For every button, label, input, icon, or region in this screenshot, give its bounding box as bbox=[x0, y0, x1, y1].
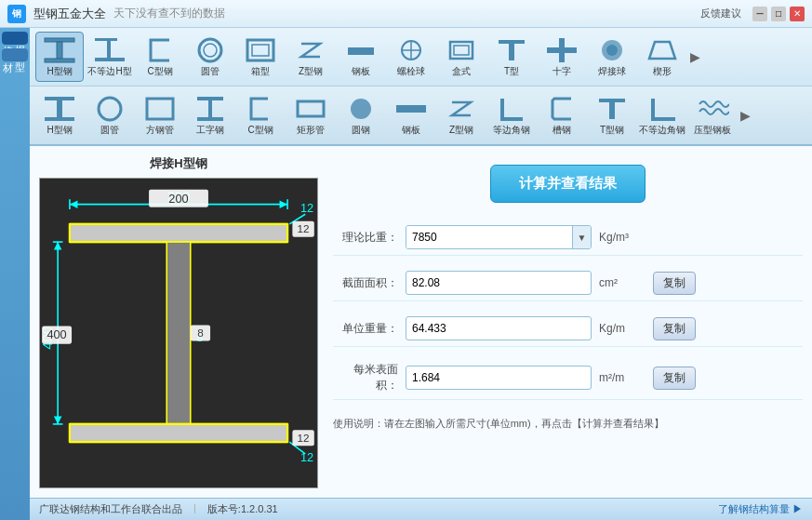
svg-text:400: 400 bbox=[47, 327, 66, 341]
tool-weld-ball[interactable]: 焊接球 bbox=[588, 32, 636, 82]
tool2-i-beam[interactable]: 工字钢 bbox=[186, 90, 234, 140]
trapezoid-icon bbox=[646, 35, 679, 65]
tool2-press-plate-icon bbox=[696, 94, 729, 124]
tool-bolt-ball[interactable]: 螺栓球 bbox=[387, 32, 435, 82]
z-steel-icon bbox=[294, 35, 327, 65]
tool2-square-pipe[interactable]: 方钢管 bbox=[136, 90, 184, 140]
svg-point-21 bbox=[606, 45, 618, 56]
drawing-title: 焊接H型钢 bbox=[39, 155, 318, 172]
tool-box-type[interactable]: 盒式 bbox=[437, 32, 486, 82]
svg-point-32 bbox=[351, 99, 371, 119]
form-panel: 计算并查看结果 理论比重： ▼ Kg/m³ 截面面积： cm² 复制 bbox=[333, 155, 803, 488]
content-area: H型钢 不等边H型 C型钢 bbox=[30, 28, 812, 520]
calculate-button[interactable]: 计算并查看结果 bbox=[490, 165, 646, 203]
svg-text:12: 12 bbox=[298, 432, 310, 444]
tool-bolt-ball-label: 螺栓球 bbox=[397, 65, 425, 78]
unit-weight-copy-button[interactable]: 复制 bbox=[653, 317, 696, 340]
tool-cross-label: 十字 bbox=[552, 65, 571, 78]
app-subtitle: 天下没有查不到的数据 bbox=[113, 6, 225, 21]
form-row-area: 截面面积： cm² 复制 bbox=[333, 265, 803, 301]
svg-text:12: 12 bbox=[298, 223, 310, 235]
tool2-square-pipe-icon bbox=[143, 94, 177, 124]
sidebar-tab-material[interactable]: 型材 bbox=[2, 48, 28, 61]
tool-plate[interactable]: 钢板 bbox=[337, 32, 385, 82]
tool2-flat-plate-label: 钢板 bbox=[402, 124, 420, 137]
svg-rect-30 bbox=[197, 117, 223, 121]
tool2-channel[interactable]: 槽钢 bbox=[538, 90, 586, 140]
svg-rect-2 bbox=[45, 59, 74, 62]
tool-weld-ball-label: 焊接球 bbox=[598, 65, 626, 78]
bolt-ball-icon bbox=[394, 35, 428, 65]
svg-rect-1 bbox=[57, 42, 62, 59]
tool-cross[interactable]: 十字 bbox=[538, 32, 586, 82]
beam-diagram: 200 400 12 12 bbox=[40, 179, 317, 487]
drawing-canvas: 200 400 12 12 bbox=[39, 178, 318, 488]
tool-round-pipe-label: 圆管 bbox=[201, 65, 220, 78]
area-input[interactable] bbox=[406, 271, 592, 295]
svg-rect-5 bbox=[95, 58, 125, 61]
tool2-flat-plate[interactable]: 钢板 bbox=[387, 90, 435, 140]
tool2-z-steel[interactable]: Z型钢 bbox=[437, 90, 486, 140]
tool2-press-plate[interactable]: 压型钢板 bbox=[688, 90, 737, 140]
tool-h-steel[interactable]: H型钢 bbox=[35, 32, 84, 82]
surface-area-input[interactable] bbox=[406, 366, 592, 390]
bottombar-link[interactable]: 了解钢结构算量 ▶ bbox=[718, 502, 803, 516]
density-label: 理论比重： bbox=[333, 230, 398, 246]
bottombar-left: 广联达钢结构和工作台联合出品 | 版本号:1.2.0.31 bbox=[39, 502, 278, 516]
tool-z-steel[interactable]: Z型钢 bbox=[286, 32, 335, 82]
density-dropdown[interactable]: ▼ bbox=[572, 226, 591, 248]
maximize-button[interactable]: □ bbox=[771, 7, 786, 21]
tool-plate-label: 钢板 bbox=[352, 65, 370, 78]
tool2-round-steel-label: 圆钢 bbox=[352, 124, 370, 137]
window-controls: ─ □ ✕ bbox=[752, 7, 805, 21]
tool2-equal-angle[interactable]: 等边角钢 bbox=[487, 90, 536, 140]
tool-z-steel-label: Z型钢 bbox=[299, 65, 323, 78]
unequal-h-icon bbox=[93, 35, 126, 65]
tool2-round-pipe-icon bbox=[93, 94, 126, 124]
svg-rect-24 bbox=[57, 100, 62, 117]
density-input[interactable] bbox=[406, 226, 572, 248]
svg-point-6 bbox=[199, 39, 221, 61]
sidebar-tab-welding[interactable]: 焊接 bbox=[2, 32, 28, 45]
svg-point-7 bbox=[204, 44, 217, 57]
tool-unequal-h[interactable]: 不等边H型 bbox=[86, 32, 134, 82]
tool2-rect-pipe[interactable]: 矩形管 bbox=[286, 90, 335, 140]
feedback-button[interactable]: 反馈建议 bbox=[695, 5, 747, 22]
tool-round-pipe[interactable]: 圆管 bbox=[186, 32, 234, 82]
svg-rect-10 bbox=[348, 47, 374, 55]
weld-ball-icon bbox=[595, 35, 629, 65]
svg-rect-9 bbox=[252, 45, 269, 56]
tool2-round-steel[interactable]: 圆钢 bbox=[337, 90, 385, 140]
tool2-t-steel[interactable]: T型钢 bbox=[588, 90, 636, 140]
tool-c-steel[interactable]: C型钢 bbox=[136, 32, 184, 82]
tool-trapezoid[interactable]: 楔形 bbox=[638, 32, 686, 82]
tool-t-type[interactable]: T型 bbox=[487, 32, 536, 82]
svg-rect-43 bbox=[70, 424, 287, 442]
toolbar2-arrow[interactable]: ▶ bbox=[739, 108, 752, 123]
tool2-h-steel-label: H型钢 bbox=[47, 124, 72, 137]
toolbar1-arrow[interactable]: ▶ bbox=[688, 49, 702, 64]
svg-rect-0 bbox=[45, 38, 74, 42]
tool2-unequal-angle[interactable]: 不等边角钢 bbox=[638, 90, 686, 140]
tool-box[interactable]: 箱型 bbox=[236, 32, 285, 82]
toolbar-row2: H型钢 圆管 方钢管 bbox=[30, 87, 812, 146]
svg-rect-27 bbox=[147, 99, 173, 119]
main-container: 焊接 型材 H型钢 bbox=[0, 28, 812, 520]
tool2-equal-angle-label: 等边角钢 bbox=[493, 124, 530, 137]
c-steel-icon bbox=[143, 35, 177, 65]
close-button[interactable]: ✕ bbox=[790, 7, 805, 21]
tool2-rect-pipe-icon bbox=[294, 94, 327, 124]
unit-weight-input[interactable] bbox=[406, 316, 592, 340]
tool2-press-plate-label: 压型钢板 bbox=[694, 124, 731, 137]
toolbar-row1: H型钢 不等边H型 C型钢 bbox=[30, 28, 812, 87]
svg-text:200: 200 bbox=[168, 192, 188, 206]
area-copy-button[interactable]: 复制 bbox=[653, 272, 696, 295]
tool2-round-pipe[interactable]: 圆管 bbox=[86, 90, 134, 140]
minimize-button[interactable]: ─ bbox=[752, 7, 767, 21]
tool2-h-steel[interactable]: H型钢 bbox=[35, 90, 84, 140]
surface-area-copy-button[interactable]: 复制 bbox=[653, 367, 696, 390]
unit-weight-label: 单位重量： bbox=[333, 321, 398, 337]
titlebar-left: 钢 型钢五金大全 天下没有查不到的数据 bbox=[7, 5, 225, 23]
tool2-c-steel[interactable]: C型钢 bbox=[236, 90, 285, 140]
svg-rect-17 bbox=[509, 44, 514, 60]
